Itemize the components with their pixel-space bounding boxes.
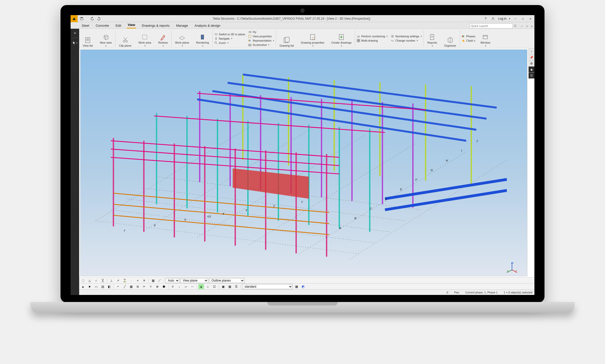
layout-grid4-icon[interactable]: ▣: [220, 284, 226, 289]
drawing-list-button[interactable]: Drawing list: [278, 36, 296, 48]
tab-edit[interactable]: Edit: [114, 23, 122, 28]
filter-on-icon[interactable]: ▲: [198, 284, 204, 289]
tab-drawings-reports[interactable]: Drawings & reports: [141, 23, 171, 28]
panel-layers-icon[interactable]: ☰: [529, 73, 534, 79]
snap-plane-select[interactable]: View plane: [180, 278, 208, 283]
snap-endpoint-icon[interactable]: ⬚: [80, 278, 86, 283]
select-surface-icon[interactable]: ◧: [106, 284, 112, 289]
filter-weld-icon[interactable]: ⧉: [135, 284, 140, 289]
snap-intersection-icon[interactable]: ╳: [100, 278, 105, 283]
window-button[interactable]: Window▾: [478, 33, 492, 48]
numbering-settings-button[interactable]: Numbering settings▾: [391, 35, 422, 38]
rail-menu-icon[interactable]: ≡: [72, 30, 78, 36]
snap-center-icon[interactable]: ○: [93, 278, 99, 283]
close-button[interactable]: ✕: [528, 17, 533, 20]
layout-grid9-icon[interactable]: ▦: [227, 284, 232, 289]
snap-extend-icon[interactable]: ↗: [115, 278, 121, 283]
filter-tree-icon[interactable]: ⌂: [205, 284, 210, 289]
new-view-button[interactable]: New view▾: [98, 33, 114, 48]
filter-grid-icon[interactable]: ▦: [128, 284, 134, 289]
snap-midpoint-icon[interactable]: △: [87, 278, 92, 283]
zoom-button[interactable]: Zoom▾: [214, 41, 245, 45]
tab-view[interactable]: View: [127, 22, 136, 28]
work-area-button[interactable]: Work area▾: [136, 33, 153, 48]
filter-plane-icon[interactable]: ◊: [148, 284, 154, 289]
selection-filter-select[interactable]: standard: [242, 284, 293, 289]
filter-point-icon[interactable]: •: [115, 284, 121, 289]
drawing-properties-button[interactable]: Drawing properties▾: [299, 33, 326, 48]
clip-plane-button[interactable]: Clip plane: [117, 36, 133, 48]
view-list-button[interactable]: View list: [81, 36, 95, 48]
work-plane-button[interactable]: Work plane▾: [173, 33, 191, 48]
axis-gizmo[interactable]: z x y: [506, 261, 518, 272]
snap-mode-select[interactable]: Auto: [166, 278, 179, 283]
snap-line-icon[interactable]: ／: [157, 278, 162, 283]
view-properties-button[interactable]: View properties: [248, 35, 274, 38]
save-icon[interactable]: [79, 16, 84, 21]
child-restore-button[interactable]: ❐: [524, 25, 529, 27]
phases-button[interactable]: Phases: [462, 35, 475, 38]
rail-pointer-icon[interactable]: ▾: [72, 40, 78, 46]
clash-check-button[interactable]: Clash c: [462, 39, 475, 42]
undo-icon[interactable]: [90, 16, 95, 21]
representation-button[interactable]: Representation▾: [248, 39, 274, 42]
filter-dist-icon[interactable]: ↔: [190, 284, 195, 289]
help-icon[interactable]: ?: [483, 16, 488, 21]
reports-button[interactable]: Reports▾: [425, 33, 439, 48]
filter-component-icon[interactable]: ⬢: [161, 284, 167, 289]
filter-task-icon[interactable]: ☑: [211, 284, 217, 289]
tab-analysis-design[interactable]: Analysis & design: [194, 23, 222, 28]
svg-line-95: [197, 93, 426, 110]
panel-cube-icon[interactable]: ◆: [529, 67, 534, 73]
snap-grid-icon[interactable]: ▦: [150, 278, 156, 283]
maximize-button[interactable]: ☐: [520, 17, 525, 20]
snap-perpendicular-icon[interactable]: ⊥: [109, 278, 114, 283]
child-minimize-button[interactable]: —: [519, 25, 524, 27]
organizer-button[interactable]: Organizer: [442, 36, 458, 48]
login-link[interactable]: Log in: [498, 17, 506, 20]
child-close-button[interactable]: ✕: [529, 25, 534, 27]
snap-near-icon[interactable]: ⌖: [135, 278, 140, 283]
search-icon[interactable]: [513, 23, 518, 28]
filter-load-icon[interactable]: ↓: [176, 284, 182, 289]
navigate-button[interactable]: Navigate▾: [214, 37, 245, 40]
rendering-button[interactable]: Rendering▾: [194, 33, 211, 48]
filter-flag-icon[interactable]: ◩: [300, 284, 306, 289]
minimize-button[interactable]: —: [513, 17, 518, 20]
filter-settings-icon[interactable]: ▩: [294, 284, 299, 289]
quick-launch-input[interactable]: [470, 23, 513, 28]
layout-list-icon[interactable]: ☰: [233, 284, 239, 289]
snap-hourglass-icon[interactable]: ⌛: [122, 278, 127, 283]
filter-line-icon[interactable]: ╱: [122, 284, 127, 289]
pointer-icon[interactable]: ▲: [80, 284, 86, 289]
perform-numbering-button[interactable]: 12 Perform numbering▾: [357, 35, 388, 38]
create-drawings-button[interactable]: Create drawings▾: [329, 33, 353, 48]
panel-expand-icon[interactable]: ›: [529, 48, 534, 54]
left-rail: ≡ ▾: [71, 29, 79, 295]
snap-outline-select[interactable]: Outline planes: [209, 278, 245, 283]
panel-pin-icon[interactable]: 📌: [529, 54, 534, 60]
user-icon[interactable]: [491, 16, 496, 21]
filter-cut-icon[interactable]: ✂: [141, 284, 147, 289]
webcam: [300, 9, 305, 13]
select-all-icon[interactable]: ■: [87, 284, 92, 289]
filter-rebar-icon[interactable]: ≡: [170, 284, 175, 289]
tab-concrete[interactable]: Concrete: [95, 23, 110, 28]
filter-bolt-icon[interactable]: ⊗: [155, 284, 160, 289]
snap-point-icon[interactable]: ·: [128, 278, 134, 283]
tab-steel[interactable]: Steel: [81, 23, 90, 28]
filter-plane2-icon[interactable]: ▱: [183, 284, 189, 289]
multi-drawing-button[interactable]: Multi-drawing: [357, 39, 388, 42]
snap-any-icon[interactable]: ✕: [141, 278, 147, 283]
redraw-button[interactable]: Redraw▾: [156, 33, 170, 48]
switch-3d-or-plane-button[interactable]: Switch to 3D or plane: [214, 33, 245, 36]
fly-button[interactable]: Fly: [248, 30, 274, 34]
select-assembly-icon[interactable]: ▭: [93, 284, 99, 289]
select-part-icon[interactable]: ▤: [100, 284, 105, 289]
redo-icon[interactable]: [96, 16, 101, 21]
panel-gear-icon[interactable]: ⚙: [529, 60, 534, 67]
screenshot-button[interactable]: Screenshot▾: [248, 43, 274, 47]
change-number-button[interactable]: 9 Change number▾: [391, 39, 422, 42]
3d-viewport[interactable]: J'I'H' G'F'E' D'C'B' A' 7'6'5' 4.5'4'3' …: [80, 49, 527, 276]
tab-manage[interactable]: Manage: [175, 23, 189, 28]
